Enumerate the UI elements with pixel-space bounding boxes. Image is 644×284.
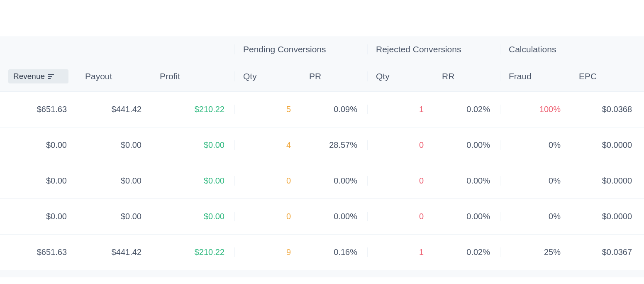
col-fraud[interactable]: Fraud: [500, 71, 571, 81]
top-margin: [0, 0, 644, 37]
table-cell: $651.63: [0, 247, 77, 257]
table-cell: 0.09%: [301, 105, 367, 114]
col-payout[interactable]: Payout: [77, 71, 151, 81]
table-cell: $0.0000: [571, 176, 642, 186]
table-cell: $0.00: [0, 176, 77, 186]
col-revenue-sort[interactable]: Revenue: [8, 69, 68, 83]
table-cell: 0.02%: [434, 105, 500, 114]
table-cell: $210.22: [151, 105, 234, 114]
table-cell: $0.00: [0, 212, 77, 221]
table-cell: 0.00%: [434, 212, 500, 221]
table-row: $651.63$441.42$210.2290.16%10.02%25%$0.0…: [0, 234, 644, 270]
table-cell: $441.42: [77, 105, 151, 114]
table-cell: 0.00%: [301, 212, 367, 221]
table-cell: 0: [367, 140, 434, 150]
col-revenue-label: Revenue: [13, 72, 45, 81]
column-header-row: Revenue Payout Profit Qty PR Qty RR Frau…: [0, 62, 644, 91]
table-cell: $441.42: [77, 247, 151, 257]
table-cell: $0.00: [77, 176, 151, 186]
col-epc[interactable]: EPC: [571, 71, 642, 81]
table-cell: 0.00%: [434, 140, 500, 150]
table-cell: 0.16%: [301, 247, 367, 257]
table-cell: $0.00: [151, 212, 234, 221]
table-cell: 25%: [500, 247, 571, 257]
table-cell: 0.00%: [434, 176, 500, 186]
svg-rect-2: [48, 78, 51, 79]
table-cell: 0.02%: [434, 247, 500, 257]
table-cell: 9: [234, 247, 301, 257]
table-cell: 100%: [500, 105, 571, 114]
col-rejected-rr[interactable]: RR: [434, 71, 500, 81]
report-table: Pending Conversions Rejected Conversions…: [0, 37, 644, 277]
table-cell: 0: [367, 176, 434, 186]
table-cell: 1: [367, 105, 434, 114]
table-cell: 0%: [500, 176, 571, 186]
group-pending: Pending Conversions: [234, 44, 367, 54]
table-cell: $0.0000: [571, 140, 642, 150]
table-cell: 1: [367, 247, 434, 257]
table-body: $651.63$441.42$210.2250.09%10.02%100%$0.…: [0, 91, 644, 270]
table-cell: $210.22: [151, 247, 234, 257]
table-cell: 0%: [500, 140, 571, 150]
col-pending-pr[interactable]: PR: [301, 71, 367, 81]
table-cell: $0.0367: [571, 247, 642, 257]
table-row: $0.00$0.00$0.0000.00%00.00%0%$0.0000: [0, 198, 644, 234]
table-cell: 28.57%: [301, 140, 367, 150]
table-cell: $0.0000: [571, 212, 642, 221]
table-cell: 0.00%: [301, 176, 367, 186]
col-pending-qty[interactable]: Qty: [234, 71, 301, 81]
svg-rect-0: [48, 74, 54, 75]
table-cell: 0%: [500, 212, 571, 221]
table-header: Pending Conversions Rejected Conversions…: [0, 37, 644, 91]
table-cell: 0: [367, 212, 434, 221]
table-cell: $0.00: [151, 176, 234, 186]
svg-rect-1: [48, 76, 52, 77]
table-row: $0.00$0.00$0.00428.57%00.00%0%$0.0000: [0, 127, 644, 163]
col-profit[interactable]: Profit: [151, 71, 234, 81]
group-rejected: Rejected Conversions: [367, 44, 500, 54]
table-cell: $0.00: [0, 140, 77, 150]
table-cell: 5: [234, 105, 301, 114]
group-header-row: Pending Conversions Rejected Conversions…: [0, 37, 644, 62]
sort-desc-icon: [48, 73, 54, 79]
table-row: $651.63$441.42$210.2250.09%10.02%100%$0.…: [0, 91, 644, 127]
table-row: $0.00$0.00$0.0000.00%00.00%0%$0.0000: [0, 163, 644, 198]
table-cell: $0.00: [77, 212, 151, 221]
table-cell: 4: [234, 140, 301, 150]
table-cell: 0: [234, 212, 301, 221]
table-cell: 0: [234, 176, 301, 186]
table-footer-bar: [0, 270, 644, 277]
col-rejected-qty[interactable]: Qty: [367, 71, 434, 81]
table-cell: $651.63: [0, 105, 77, 114]
group-calculations: Calculations: [500, 44, 642, 54]
table-cell: $0.00: [151, 140, 234, 150]
table-cell: $0.0368: [571, 105, 642, 114]
table-cell: $0.00: [77, 140, 151, 150]
